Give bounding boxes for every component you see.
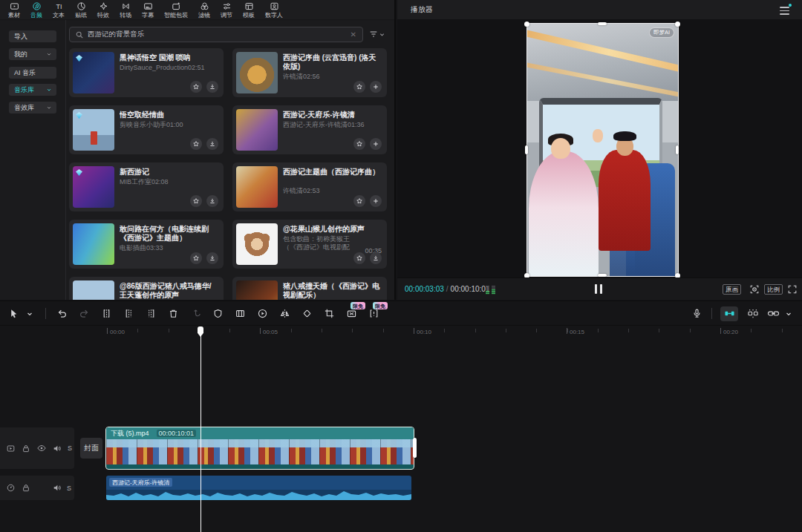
tab-transitions[interactable]: 转场 xyxy=(114,0,137,20)
lock-icon[interactable] xyxy=(22,484,30,492)
preview-axis-button[interactable] xyxy=(746,307,759,320)
tab-adjust[interactable]: 调节 xyxy=(215,0,238,20)
sidebar-item-import[interactable]: 导入 xyxy=(9,30,56,42)
resize-handle[interactable] xyxy=(598,22,607,25)
resize-handle[interactable] xyxy=(524,22,529,27)
download-button[interactable] xyxy=(206,252,218,264)
fullscreen-icon[interactable] xyxy=(787,284,798,298)
linkage-button[interactable] xyxy=(767,307,780,320)
music-card[interactable]: 西游记序曲 (云宫迅音) (洛天依版) 许镜清02:56 xyxy=(232,48,387,97)
limited-free-badge: 限免 xyxy=(351,302,365,309)
music-card[interactable]: 悟空取经情曲 剪映音乐小助手01:00 xyxy=(69,105,224,154)
favorite-button[interactable] xyxy=(190,252,202,264)
sidebar-item-mine[interactable]: 我的 xyxy=(9,48,56,60)
tab-effects[interactable]: 特效 xyxy=(92,0,114,20)
favorite-button[interactable] xyxy=(190,195,202,207)
auto-captions-button[interactable]: 限免 xyxy=(368,307,380,320)
search-bar[interactable]: ✕ xyxy=(69,27,363,42)
record-voice-button[interactable] xyxy=(691,307,703,320)
favorite-button[interactable] xyxy=(353,138,365,150)
music-card[interactable]: @花果山猴儿创作的原声 包含歌曲：初称美猴王（《西游记》电视剧配乐）-许镜清 0… xyxy=(232,220,387,269)
search-input[interactable] xyxy=(88,30,346,39)
delete-button[interactable] xyxy=(167,307,180,320)
split-button[interactable] xyxy=(100,307,113,320)
sidebar-item-music-library[interactable]: 音乐库 xyxy=(9,84,56,96)
filter-button[interactable] xyxy=(369,30,385,39)
lock-icon[interactable] xyxy=(22,444,30,453)
add-button[interactable] xyxy=(370,138,382,150)
music-title: 黑神话悟空 国潮 唢呐 xyxy=(120,53,218,62)
tab-text[interactable]: TI 文本 xyxy=(48,0,70,20)
add-button[interactable] xyxy=(370,81,382,93)
clear-search-icon[interactable]: ✕ xyxy=(351,31,356,39)
snap-toggle-button[interactable] xyxy=(720,306,738,321)
music-card[interactable]: 敢问路在何方（电影连续剧《西游记》主题曲） 电影插曲03:33 xyxy=(69,220,224,269)
download-button[interactable] xyxy=(206,195,218,207)
music-card[interactable]: 西游记-天府乐-许镜清 西游记-天府乐-许镜清01:36 xyxy=(232,105,387,154)
music-card[interactable]: @86版西游记猪八戒马德华/王天蓬创作的原声 包含歌曲：西游记主题曲（西游记 xyxy=(69,277,224,300)
tab-sticker[interactable]: 贴纸 xyxy=(70,0,92,20)
mute-speaker-icon[interactable] xyxy=(53,444,61,453)
timeline-ruler[interactable]: 00:00 00:05 00:10 00:15 00:20 xyxy=(0,326,802,341)
add-button[interactable] xyxy=(370,195,382,207)
resize-handle[interactable] xyxy=(676,145,679,154)
tab-media[interactable]: 素材 xyxy=(3,0,25,20)
mute-speaker-icon[interactable] xyxy=(53,484,61,492)
tab-filters[interactable]: 滤镜 xyxy=(193,0,215,20)
pause-button[interactable] xyxy=(594,284,603,294)
resize-handle[interactable] xyxy=(525,145,528,154)
original-quality-button[interactable]: 原画 xyxy=(723,284,741,295)
video-preview[interactable]: 即梦AI xyxy=(527,24,678,276)
mask-button[interactable] xyxy=(212,307,224,320)
sidebar-item-ai-music[interactable]: AI 音乐 xyxy=(9,67,56,79)
music-card[interactable]: 黑神话悟空 国潮 唢呐 DirtySauce_Production02:51 xyxy=(69,48,224,97)
focus-frame-icon[interactable] xyxy=(749,284,760,298)
rotate-button[interactable] xyxy=(301,307,313,320)
download-button[interactable] xyxy=(370,252,382,264)
aspect-ratio-button[interactable]: 比例 xyxy=(764,284,783,295)
download-button[interactable] xyxy=(206,81,218,93)
tab-audio[interactable]: 音频 xyxy=(25,0,48,20)
solo-track-button[interactable]: S xyxy=(68,444,72,452)
music-card[interactable]: 新西游记 MIB工作室02:08 xyxy=(69,162,224,211)
tab-digital-human[interactable]: 数字人 xyxy=(260,0,288,20)
tab-captions[interactable]: 字幕 xyxy=(137,0,159,20)
split-right-button[interactable] xyxy=(145,307,157,320)
crop-frame-button[interactable] xyxy=(234,307,247,320)
select-tool-button[interactable] xyxy=(7,307,20,320)
playhead-line[interactable] xyxy=(200,335,201,532)
music-artist-duration: 许镜清02:56 xyxy=(283,73,381,81)
solo-track-button[interactable]: S xyxy=(67,485,71,492)
select-tool-chevron[interactable] xyxy=(23,307,36,320)
crop-button[interactable] xyxy=(323,307,336,320)
visibility-eye-icon[interactable] xyxy=(37,444,46,452)
music-card[interactable]: 西游记主题曲（西游记序曲） 许镜清02:53 xyxy=(232,162,387,211)
tab-smart-pack[interactable]: 智能包装 xyxy=(159,0,193,20)
linkage-chevron[interactable] xyxy=(782,307,795,320)
favorite-button[interactable] xyxy=(190,138,202,150)
download-button[interactable] xyxy=(206,138,218,150)
clip-trim-handle[interactable] xyxy=(413,438,417,458)
favorite-button[interactable] xyxy=(353,252,365,264)
tab-label: 特效 xyxy=(97,12,109,19)
undo-button[interactable] xyxy=(56,307,68,320)
freeze-frame-button[interactable] xyxy=(256,307,269,320)
sidebar-item-sound-effects[interactable]: 音效库 xyxy=(9,102,56,114)
redo-button[interactable] xyxy=(78,307,91,320)
resize-handle[interactable] xyxy=(675,22,680,27)
mirror-button[interactable] xyxy=(278,307,291,320)
cover-button[interactable]: 封面 xyxy=(80,438,102,459)
split-left-button[interactable] xyxy=(123,307,135,320)
video-clip[interactable]: 下载 (5).mp4 00:00:10:01 xyxy=(106,427,414,469)
favorite-button[interactable] xyxy=(353,195,365,207)
resize-handle[interactable] xyxy=(598,274,607,277)
music-card[interactable]: 猪八戒撞天婚（《西游记》电视剧配乐） 许镜清01:27 xyxy=(232,277,387,300)
keyframe-button[interactable] xyxy=(189,307,202,320)
player-menu-button[interactable] xyxy=(778,4,792,16)
tab-templates[interactable]: 模板 xyxy=(238,0,260,20)
favorite-button[interactable] xyxy=(190,81,202,93)
filters-icon xyxy=(200,1,209,11)
audio-clip[interactable]: 西游记-天府乐-许镜清 xyxy=(106,476,411,500)
smart-cut-button[interactable]: 限免 xyxy=(345,307,358,320)
favorite-button[interactable] xyxy=(353,81,365,93)
